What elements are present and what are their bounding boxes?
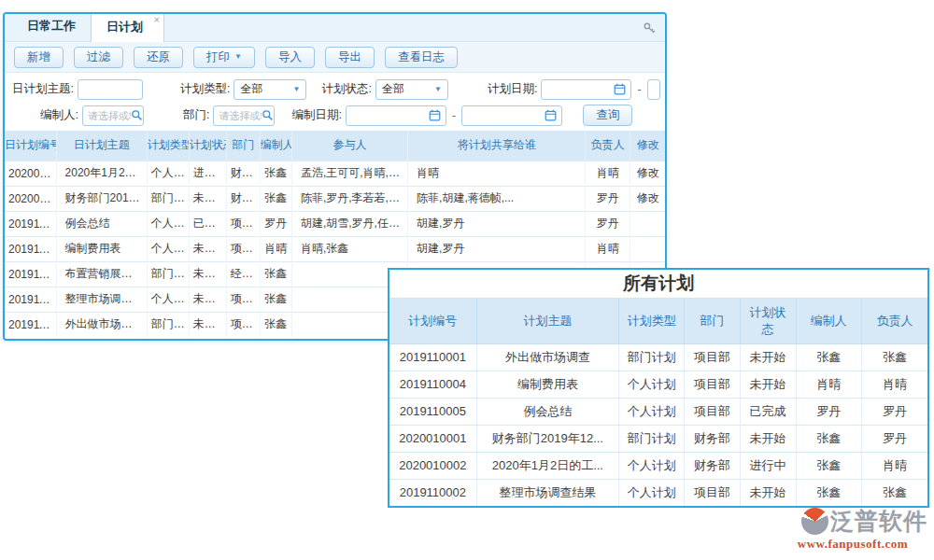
search-icon[interactable]: [131, 109, 143, 121]
table-row[interactable]: 2020010002 2020年1月2日的工作日... 个人计划 进行中 财务部…: [5, 161, 665, 186]
cell-plan-status: 未开始: [189, 287, 226, 312]
cell-participants: 肖晴,张鑫: [291, 236, 407, 261]
filter-button[interactable]: 过滤: [74, 47, 123, 68]
calendar-icon[interactable]: [614, 83, 626, 95]
cell-plan-id-link[interactable]: 2019110002: [5, 287, 56, 312]
plan-type-select[interactable]: 全部 ▼: [234, 79, 306, 100]
subject-input[interactable]: [78, 79, 143, 100]
cell-plan-subject-link[interactable]: 例会总结: [56, 211, 147, 236]
plan-date-from-input[interactable]: [546, 84, 614, 95]
creator-input[interactable]: [88, 110, 131, 121]
add-button[interactable]: 新增: [14, 47, 64, 68]
cell-owner-link[interactable]: 罗丹: [586, 186, 630, 211]
cell-owner-link[interactable]: 肖晴: [586, 236, 630, 261]
cell-plan-status: 未开始: [740, 479, 796, 506]
table-row[interactable]: 2020010002 2020年1月2日的工... 个人计划 财务部 进行中 张…: [389, 452, 927, 479]
cell-modify-link[interactable]: 修改: [630, 186, 665, 211]
dept-input[interactable]: [219, 110, 262, 121]
col-owner: 负责人: [586, 131, 630, 161]
print-button[interactable]: 打印 ▼: [193, 47, 255, 68]
cell-plan-status: 未开始: [740, 371, 796, 398]
cell-owner: 罗丹: [862, 425, 927, 452]
plan-date-from[interactable]: [541, 79, 631, 100]
cell-dept: 项目部: [685, 479, 740, 506]
cell-plan-id-link[interactable]: 2020010002: [5, 161, 56, 186]
caret-down-icon: ▼: [434, 86, 442, 93]
cell-plan-id-link[interactable]: 2019110004: [5, 236, 56, 261]
table-row[interactable]: 2020010001 财务部门2019年12月的... 部门计划 未开始 财务部…: [5, 186, 665, 211]
cell-plan-type: 个人计划: [147, 236, 189, 261]
plan-status-select[interactable]: 全部 ▼: [375, 79, 448, 100]
tab-daily-work[interactable]: 日常工作: [12, 12, 91, 41]
cell-plan-subject-link[interactable]: 2020年1月2日的工作日...: [56, 161, 147, 186]
table-row[interactable]: 2019110004 编制费用表 个人计划 未开始 项目部 肖晴 肖晴,张鑫 胡…: [5, 236, 665, 261]
cell-plan-status: 未开始: [189, 186, 226, 211]
cell-owner-link[interactable]: 罗丹: [586, 211, 630, 236]
calendar-icon[interactable]: [545, 109, 557, 121]
cell-creator: 张鑫: [260, 312, 291, 337]
caret-down-icon: ▼: [234, 53, 242, 61]
cell-plan-id-link[interactable]: 2019110001: [5, 312, 56, 337]
view-log-button[interactable]: 查看日志: [385, 47, 458, 68]
made-date-from-input[interactable]: [351, 110, 418, 121]
cell-owner: 张鑫: [862, 479, 927, 506]
search-icon[interactable]: [262, 109, 274, 121]
cell-owner: 肖晴: [862, 371, 927, 398]
col-owner: 负责人: [862, 299, 927, 343]
cell-owner: 罗丹: [862, 398, 927, 425]
cell-plan-subject-link[interactable]: 外出做市场调查: [56, 312, 147, 337]
cell-plan-subject-link[interactable]: 整理市场调查结果: [56, 287, 147, 312]
cell-plan-type: 部门计划: [619, 343, 685, 371]
table-row[interactable]: 2019110001 外出做市场调查 部门计划 项目部 未开始 张鑫 张鑫: [389, 343, 927, 371]
cell-plan-subject: 整理市场调查结果: [476, 479, 618, 506]
table-row[interactable]: 2020010001 财务部门2019年12... 部门计划 财务部 未开始 张…: [389, 425, 927, 452]
caret-down-icon: ▼: [293, 86, 301, 93]
cell-owner-link[interactable]: 肖晴: [586, 161, 630, 186]
cell-plan-status: 未开始: [189, 236, 226, 261]
cell-plan-subject-link[interactable]: 编制费用表: [56, 236, 147, 261]
plan-date-to-input[interactable]: [647, 79, 660, 100]
table-row[interactable]: 2019110004 编制费用表 个人计划 项目部 未开始 肖晴 肖晴: [389, 371, 927, 398]
restore-button[interactable]: 还原: [134, 47, 183, 68]
fanpu-logo-icon: [801, 508, 828, 535]
key-icon[interactable]: [643, 21, 656, 35]
cell-plan-type: 个人计划: [147, 287, 189, 312]
close-icon[interactable]: ×: [154, 14, 160, 25]
plan-status-label: 计划状态:: [321, 81, 371, 97]
cell-plan-id-link[interactable]: 2019110003: [5, 261, 56, 287]
cell-dept: 财务部: [685, 425, 740, 452]
cell-plan-id: 2020010001: [389, 425, 476, 452]
cell-participants: 孟浩,王可可,肖晴,张鑫: [291, 161, 407, 186]
cell-plan-id-link[interactable]: 2020010001: [5, 186, 56, 211]
made-date-to-input[interactable]: [467, 110, 534, 121]
col-plan-id: 日计划编号: [5, 131, 56, 161]
cell-modify-link[interactable]: 修改: [630, 161, 665, 186]
brand-name: 泛普软件: [830, 506, 927, 537]
dept-picker[interactable]: [213, 105, 275, 126]
cell-plan-subject-link[interactable]: 布置营销展会会场: [56, 261, 147, 287]
cell-modify-link[interactable]: [630, 211, 665, 236]
cell-participants: 陈菲,罗丹,李若若,罗...: [291, 186, 407, 211]
cell-creator: 肖晴: [260, 236, 291, 261]
tab-daily-plan-label: 日计划: [106, 20, 143, 34]
cell-share-with: 陈菲,胡建,蒋德帧,...: [408, 186, 586, 211]
cell-plan-type: 部门计划: [147, 312, 189, 337]
search-button[interactable]: 查询: [583, 105, 632, 126]
calendar-icon[interactable]: [429, 109, 441, 121]
import-button[interactable]: 导入: [265, 47, 315, 68]
cell-plan-subject-link[interactable]: 财务部门2019年12月的...: [56, 186, 147, 211]
made-date-to[interactable]: [461, 105, 562, 126]
table-row[interactable]: 2019110005 例会总结 个人计划 已完成 项目部 罗丹 胡建,胡雪,罗丹…: [5, 211, 665, 236]
table-row[interactable]: 2019110002 整理市场调查结果 个人计划 项目部 未开始 张鑫 张鑫: [389, 479, 927, 506]
export-button[interactable]: 导出: [325, 47, 375, 68]
all-plans-table: 计划编号 计划主题 计划类型 部门 计划状态 编制人 负责人 201911000…: [389, 299, 927, 507]
cell-plan-id-link[interactable]: 2019110005: [5, 211, 56, 236]
table-row[interactable]: 2019110005 例会总结 个人计划 项目部 已完成 罗丹 罗丹: [389, 398, 927, 425]
cell-plan-type: 个人计划: [619, 398, 685, 425]
creator-picker[interactable]: [82, 105, 144, 126]
filter-panel: 日计划主题: 计划类型: 全部 ▼ 计划状态: 全部 ▼ 计划日期:: [5, 73, 665, 131]
col-participants: 参与人: [291, 131, 407, 161]
made-date-from[interactable]: [346, 105, 446, 126]
cell-modify-link[interactable]: [630, 236, 665, 261]
tab-daily-plan[interactable]: 日计划 ×: [91, 12, 164, 42]
